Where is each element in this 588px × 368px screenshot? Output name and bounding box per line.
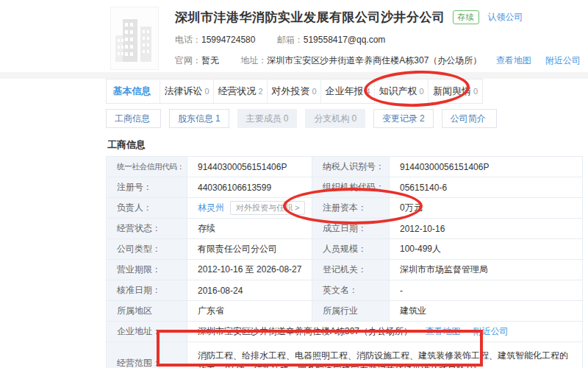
business-scope-value: 消防工程、给排水工程、电器照明工程、消防设施工程、建筑装修装饰工程、建筑智能化工…	[187, 342, 583, 368]
row-value: 2012-10-16	[390, 219, 583, 239]
table-row: 经营状态： 存续 成立日期： 2012-10-16	[107, 219, 583, 239]
company-logo-placeholder	[110, 7, 159, 70]
registered-capital-value: 0万元	[390, 198, 583, 219]
row-label: 人员规模：	[312, 239, 390, 260]
subtab-company-profile[interactable]: 公司简介	[442, 109, 497, 128]
subtab-business-info[interactable]: 工商信息	[106, 109, 161, 128]
row-value: 2016-08-24	[187, 280, 312, 301]
table-row: 统一社会信用代码： 91440300056151406P 纳税人识别号： 914…	[107, 157, 583, 177]
email-value: 519558417@qq.com	[304, 35, 386, 45]
tab-annual-reports[interactable]: 企业年报4	[321, 79, 375, 103]
address-row: 官网：暂无 地址：深圳市宝安区沙井街道辛养商住楼A栋307（办公场所） 查看地图…	[175, 54, 584, 67]
subtab-change-records[interactable]: 变更记录2	[373, 109, 434, 128]
view-map-link[interactable]: 查看地图	[496, 55, 531, 66]
business-info-table: 统一社会信用代码： 91440300056151406P 纳税人识别号： 914…	[106, 156, 583, 368]
company-address-cell: 深圳市宝安区沙井街道辛养商住楼A栋307（办公场所） 查看地图 附近公司	[187, 322, 583, 342]
row-label: 注册资本：	[312, 198, 390, 219]
row-label: 经营范围：	[107, 342, 187, 368]
contact-row: 电话：15994724580 邮箱：519558417@qq.com	[175, 34, 584, 46]
address-value: 深圳市宝安区沙井街道辛养商住楼A栋307（办公场所）	[267, 55, 481, 66]
row-value: 91440300056151406P	[390, 157, 583, 177]
row-label: 企业地址：	[107, 322, 187, 342]
row-label: 经营状态：	[107, 219, 187, 239]
row-label: 纳税人识别号：	[312, 157, 390, 177]
row-label: 英文名：	[312, 280, 390, 301]
tab-legal-litigation[interactable]: 法律诉讼0	[160, 79, 214, 103]
row-label: 注册号：	[107, 177, 187, 198]
investment-positions-button[interactable]: 对外投资与任职 >	[230, 201, 305, 215]
row-value: 91440300056151406P	[187, 157, 312, 177]
tab-operating-status[interactable]: 经营状况2	[214, 79, 268, 103]
row-value: 深圳市市场监督管理局	[390, 260, 583, 280]
row-label: 所属地区	[107, 301, 187, 322]
website-label: 官网：	[175, 55, 201, 66]
phone-value: 15994724580	[201, 35, 255, 45]
table-row: 核准日期： 2016-08-24 英文名： -	[107, 280, 583, 301]
row-label: 负责人：	[107, 198, 187, 219]
row-value: 05615140-6	[390, 177, 583, 198]
row-value: 2012-10-16 至 2026-08-27	[187, 260, 312, 280]
subtab-key-members[interactable]: 主要成员0	[237, 109, 298, 128]
row-label: 成立日期：	[312, 219, 390, 239]
table-row: 注册号： 440306106613599 组织机构代码： 05615140-6	[107, 177, 583, 198]
row-value: -	[390, 280, 583, 301]
table-row: 营业期限： 2012-10-16 至 2026-08-27 登记机关： 深圳市市…	[107, 260, 583, 280]
table-row: 公司类型： 有限责任公司分公司 人员规模： 100-499人	[107, 239, 583, 260]
nearby-companies-link[interactable]: 附近公司	[545, 55, 581, 66]
row-label: 组织机构代码：	[312, 177, 390, 198]
claim-company-link[interactable]: 认领公司	[488, 11, 523, 24]
row-label: 营业期限：	[107, 260, 187, 280]
row-value: 广东省	[187, 301, 312, 322]
row-label: 核准日期：	[107, 280, 187, 301]
subtab-shareholders[interactable]: 股东信息1	[169, 109, 229, 128]
row-value: 100-499人	[390, 239, 583, 260]
row-label: 登记机关：	[312, 260, 390, 280]
tab-basic-info[interactable]: 基本信息	[107, 79, 160, 103]
address-label: 地址：	[240, 55, 267, 66]
nearby-companies-link[interactable]: 附近公司	[473, 326, 509, 336]
main-tab-bar: 基本信息 法律诉讼0 经营状况2 对外投资0 企业年报4 知识产权0 新闻舆情0	[106, 79, 483, 104]
row-label: 公司类型：	[107, 239, 187, 260]
table-row: 所属地区 广东省 所属行业 建筑业	[107, 301, 583, 322]
row-value: 建筑业	[390, 301, 583, 322]
tab-outbound-investment[interactable]: 对外投资0	[268, 79, 321, 103]
company-profile-page: 深圳市沣港华消防实业发展有限公司沙井分公司 存续 认领公司 电话：1599472…	[0, 0, 588, 368]
row-value: 440306106613599	[187, 177, 312, 198]
sub-tab-bar: 工商信息 股东信息1 主要成员0 分支机构0 变更记录2 公司简介	[106, 109, 505, 128]
table-row: 经营范围： 消防工程、给排水工程、电器照明工程、消防设施工程、建筑装修装饰工程、…	[107, 342, 583, 368]
page-title: 深圳市沣港华消防实业发展有限公司沙井分公司	[175, 9, 445, 26]
table-row: 负责人： 林灵州对外投资与任职 > 注册资本： 0万元	[107, 198, 583, 219]
subtab-branches[interactable]: 分支机构0	[305, 109, 365, 128]
section-divider	[0, 72, 588, 79]
row-value: 有限责任公司分公司	[187, 239, 312, 260]
row-value: 林灵州对外投资与任职 >	[187, 198, 312, 219]
table-row: 企业地址： 深圳市宝安区沙井街道辛养商住楼A栋307（办公场所） 查看地图 附近…	[107, 322, 583, 342]
legal-person-link[interactable]: 林灵州	[198, 202, 224, 213]
row-label: 统一社会信用代码：	[107, 157, 187, 177]
section-title: 工商信息	[107, 138, 146, 152]
building-icon	[111, 7, 158, 69]
email-label: 邮箱：	[277, 35, 304, 45]
row-label: 所属行业	[312, 301, 390, 322]
tab-news-sentiment[interactable]: 新闻舆情0	[429, 79, 482, 103]
website-value: 暂无	[201, 55, 219, 66]
view-map-link[interactable]: 查看地图	[425, 326, 460, 336]
phone-label: 电话：	[175, 35, 201, 45]
company-address-value: 深圳市宝安区沙井街道辛养商住楼A栋307（办公场所）	[198, 326, 412, 336]
row-value: 存续	[187, 219, 312, 239]
tab-intellectual-property[interactable]: 知识产权0	[375, 79, 429, 103]
status-badge: 存续	[453, 10, 479, 24]
